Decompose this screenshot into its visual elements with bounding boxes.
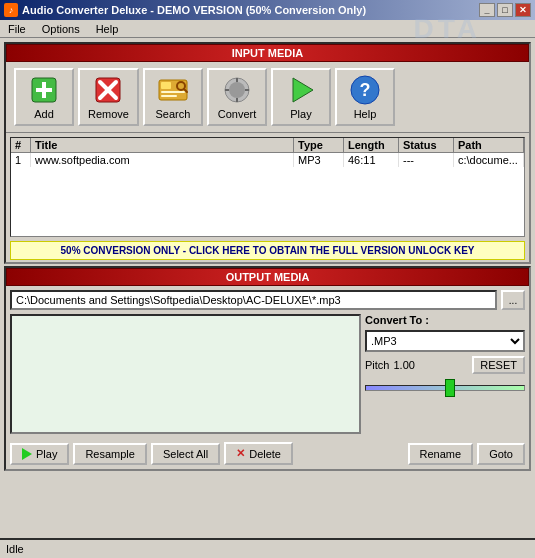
output-play-button[interactable]: Play — [10, 443, 69, 465]
row-type: MP3 — [294, 153, 344, 167]
play-label: Play — [290, 108, 311, 120]
svg-rect-8 — [161, 91, 185, 93]
add-label: Add — [34, 108, 54, 120]
row-status: --- — [399, 153, 454, 167]
convert-to-label: Convert To : — [365, 314, 525, 326]
main-container: INPUT MEDIA Add — [0, 38, 535, 475]
row-num: 1 — [11, 153, 31, 167]
menu-file[interactable]: File — [4, 22, 30, 36]
search-label: Search — [156, 108, 191, 120]
row-title: www.softpedia.com — [31, 153, 294, 167]
title-bar: ♪ Audio Converter Deluxe - DEMO VERSION … — [0, 0, 535, 20]
status-text: Idle — [6, 543, 24, 555]
resample-button[interactable]: Resample — [73, 443, 147, 465]
status-bar: Idle — [0, 538, 535, 558]
goto-button[interactable]: Goto — [477, 443, 525, 465]
delete-label: Delete — [249, 448, 281, 460]
pitch-value: 1.00 — [393, 359, 414, 371]
promo-bar[interactable]: 50% CONVERSION ONLY - CLICK HERE TO OBTA… — [10, 241, 525, 260]
search-button[interactable]: Search — [143, 68, 203, 126]
menu-options[interactable]: Options — [38, 22, 84, 36]
add-icon — [28, 74, 60, 106]
app-icon: ♪ — [4, 3, 18, 17]
remove-label: Remove — [88, 108, 129, 120]
menu-help[interactable]: Help — [92, 22, 123, 36]
svg-rect-7 — [161, 82, 171, 89]
remove-icon — [92, 74, 124, 106]
delete-button[interactable]: ✕ Delete — [224, 442, 293, 465]
output-path-input[interactable] — [10, 290, 497, 310]
delete-icon: ✕ — [236, 447, 245, 460]
reset-button[interactable]: RESET — [472, 356, 525, 374]
search-icon — [157, 74, 189, 106]
slider-thumb[interactable] — [445, 379, 455, 397]
help-icon: ? — [349, 74, 381, 106]
bottom-toolbar: Play Resample Select All ✕ Delete Rename… — [6, 438, 529, 469]
svg-rect-2 — [36, 88, 52, 92]
output-path-row: ... — [6, 286, 529, 314]
rename-button[interactable]: Rename — [408, 443, 474, 465]
file-list[interactable]: # Title Type Length Status Path 1 www.so… — [10, 137, 525, 237]
output-media-header: OUTPUT MEDIA — [6, 268, 529, 286]
svg-marker-18 — [293, 78, 313, 102]
row-path: c:\docume... — [454, 153, 524, 167]
minimize-button[interactable]: _ — [479, 3, 495, 17]
convert-label: Convert — [218, 108, 257, 120]
col-title: Title — [31, 138, 294, 152]
col-path: Path — [454, 138, 524, 152]
add-button[interactable]: Add — [14, 68, 74, 126]
col-num: # — [11, 138, 31, 152]
play-icon — [285, 74, 317, 106]
input-media-section: INPUT MEDIA Add — [4, 42, 531, 264]
maximize-button[interactable]: □ — [497, 3, 513, 17]
remove-button[interactable]: Remove — [78, 68, 139, 126]
pitch-row: Pitch 1.00 RESET — [365, 356, 525, 374]
output-file-list[interactable] — [10, 314, 361, 434]
col-type: Type — [294, 138, 344, 152]
output-content: Convert To : .MP3 .WAV .OGG .WMA Pitch 1… — [6, 314, 529, 438]
pitch-slider[interactable] — [365, 378, 525, 398]
help-button[interactable]: ? Help — [335, 68, 395, 126]
output-controls: Convert To : .MP3 .WAV .OGG .WMA Pitch 1… — [365, 314, 525, 434]
col-status: Status — [399, 138, 454, 152]
window-controls[interactable]: _ □ ✕ — [479, 3, 531, 17]
menu-bar: File Options Help DTA — [0, 20, 535, 38]
svg-point-13 — [229, 82, 245, 98]
output-play-label: Play — [36, 448, 57, 460]
row-length: 46:11 — [344, 153, 399, 167]
play-button[interactable]: Play — [271, 68, 331, 126]
input-media-header: INPUT MEDIA — [6, 44, 529, 62]
close-button[interactable]: ✕ — [515, 3, 531, 17]
pitch-label: Pitch — [365, 359, 389, 371]
file-list-header: # Title Type Length Status Path — [11, 138, 524, 153]
svg-rect-9 — [161, 95, 177, 97]
convert-icon — [221, 74, 253, 106]
format-select[interactable]: .MP3 .WAV .OGG .WMA — [365, 330, 525, 352]
help-label: Help — [354, 108, 377, 120]
input-toolbar: Add Remove — [6, 62, 529, 133]
output-media-section: OUTPUT MEDIA ... Convert To : .MP3 .WAV … — [4, 266, 531, 471]
browse-button[interactable]: ... — [501, 290, 525, 310]
col-length: Length — [344, 138, 399, 152]
convert-button[interactable]: Convert — [207, 68, 267, 126]
svg-text:?: ? — [359, 80, 370, 100]
select-all-button[interactable]: Select All — [151, 443, 220, 465]
play-triangle-icon — [22, 448, 32, 460]
title-text: Audio Converter Deluxe - DEMO VERSION (5… — [22, 4, 366, 16]
table-row[interactable]: 1 www.softpedia.com MP3 46:11 --- c:\doc… — [11, 153, 524, 167]
